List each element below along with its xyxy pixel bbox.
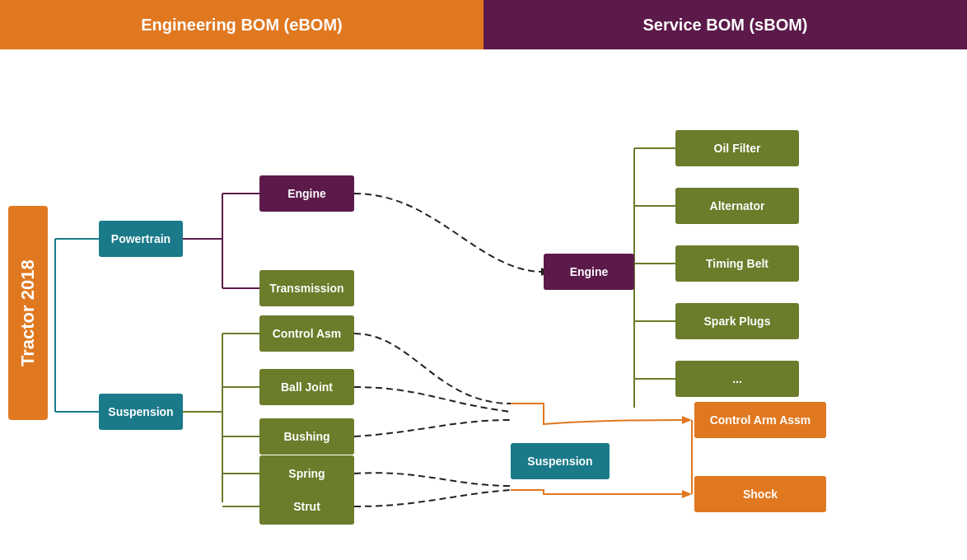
- tractor-label: Tractor 2018: [8, 206, 48, 420]
- control-arm-assm-box: Control Arm Assm: [694, 402, 826, 438]
- oil-filter-box: Oil Filter: [675, 130, 799, 166]
- sbom-title: Service BOM (sBOM): [642, 16, 807, 35]
- strut-box: Strut: [259, 488, 354, 525]
- bushing-box: Bushing: [259, 418, 354, 455]
- transmission-box: Transmission: [259, 270, 354, 306]
- ebom-title: Engineering BOM (eBOM): [141, 16, 342, 35]
- header: Engineering BOM (eBOM) Service BOM (sBOM…: [0, 0, 967, 49]
- diagram-area: Tractor 2018 Powertrain Engine Transmiss…: [0, 49, 967, 560]
- timing-belt-box: Timing Belt: [675, 245, 799, 282]
- alternator-box: Alternator: [675, 188, 799, 224]
- spark-plugs-box: Spark Plugs: [675, 303, 799, 339]
- spring-box: Spring: [259, 455, 354, 492]
- svg-marker-23: [682, 416, 692, 424]
- svg-marker-25: [682, 490, 692, 498]
- ellipsis-box: ...: [675, 361, 799, 397]
- suspension-ebom-box: Suspension: [99, 394, 183, 430]
- ball-joint-box: Ball Joint: [259, 369, 354, 405]
- shock-box: Shock: [694, 476, 826, 512]
- ebom-header: Engineering BOM (eBOM): [0, 0, 484, 49]
- control-asm-box: Control Asm: [259, 315, 354, 352]
- engine-ebom-box: Engine: [259, 175, 354, 212]
- engine-sbom-box: Engine: [544, 254, 634, 290]
- suspension-sbom-box: Suspension: [511, 443, 610, 479]
- sbom-header: Service BOM (sBOM): [484, 0, 967, 49]
- powertrain-box: Powertrain: [99, 221, 183, 257]
